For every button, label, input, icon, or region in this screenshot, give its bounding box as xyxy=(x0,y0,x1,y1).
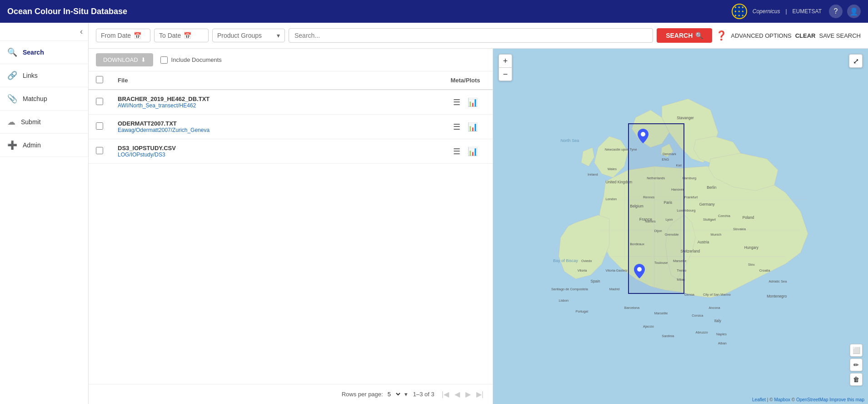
include-documents-checkbox[interactable] xyxy=(160,56,168,64)
file-cell: BRACHER_2019_HE462_DB.TXT AWI/North_Sea_… xyxy=(110,90,438,115)
table-panel: DOWNLOAD ⬇ Include Documents xyxy=(89,49,493,404)
svg-text:Switzerland: Switzerland xyxy=(681,249,700,253)
svg-text:Trento: Trento xyxy=(677,268,686,273)
plots-icon-0[interactable]: 📊 xyxy=(468,97,478,107)
row-checkbox-0[interactable] xyxy=(96,98,103,105)
rows-per-page-label: Rows per page: xyxy=(342,391,383,398)
file-path[interactable]: LOG/IOPstudy/DS3 xyxy=(118,152,431,158)
plots-icon-2[interactable]: 📊 xyxy=(468,146,478,157)
svg-text:Nantes: Nantes xyxy=(645,219,656,223)
file-path[interactable]: Eawag/Odermatt2007/Zurich_Geneva xyxy=(118,127,431,133)
product-groups-dropdown[interactable]: Product Groups ▾ xyxy=(212,29,285,42)
svg-text:City of San Marino: City of San Marino xyxy=(703,293,731,297)
map-marker-1[interactable] xyxy=(638,129,649,145)
sidebar-item-matchup[interactable]: 📎 Matchup xyxy=(0,87,88,111)
list-icon-1[interactable]: ☰ xyxy=(453,122,460,132)
edit-tool[interactable]: ✏ xyxy=(850,359,863,371)
sidebar-item-admin-label: Admin xyxy=(23,141,41,149)
sidebar-item-matchup-label: Matchup xyxy=(23,95,47,102)
leaflet-link[interactable]: Leaflet xyxy=(752,397,766,402)
openstreetmap-link[interactable]: OpenStreetMap xyxy=(796,397,828,402)
search-button-icon: 🔍 xyxy=(695,32,703,39)
search-help-icon[interactable]: ❓ xyxy=(716,30,727,41)
save-search-button[interactable]: SAVE SEARCH xyxy=(819,32,861,39)
sidebar-item-submit[interactable]: ☁ Submit xyxy=(0,111,88,134)
svg-text:London: London xyxy=(606,197,617,201)
page-info: 1–3 of 3 xyxy=(413,391,434,398)
svg-text:Genoa: Genoa xyxy=(684,293,695,297)
download-button[interactable]: DOWNLOAD ⬇ xyxy=(96,53,153,66)
plots-icon-1[interactable]: 📊 xyxy=(468,122,478,132)
search-text-input[interactable] xyxy=(289,28,653,43)
file-cell: DS3_IOPSTUDY.CSV LOG/IOPstudy/DS3 xyxy=(110,139,438,164)
svg-text:Poland: Poland xyxy=(743,216,754,220)
next-page-button[interactable]: ▶ xyxy=(464,389,473,399)
svg-text:Montenegro: Montenegro xyxy=(767,294,787,298)
map-marker-2[interactable] xyxy=(634,264,645,280)
from-date-picker[interactable]: From Date 📅 xyxy=(96,29,150,42)
prev-page-button[interactable]: ◀ xyxy=(453,389,462,399)
sidebar-item-links[interactable]: 🔗 Links xyxy=(0,64,88,87)
svg-text:Bordeaux: Bordeaux xyxy=(630,242,644,246)
map-expand-button[interactable]: ⤢ xyxy=(849,54,863,68)
select-all-column-header xyxy=(89,71,110,90)
calendar-icon-to: 📅 xyxy=(184,32,191,39)
sidebar-item-admin[interactable]: ➕ Admin xyxy=(0,134,88,157)
row-checkbox-cell xyxy=(89,90,110,115)
meta-plots-column-header: Meta/Plots xyxy=(438,71,493,90)
download-button-label: DOWNLOAD xyxy=(103,56,138,63)
calendar-icon-from: 📅 xyxy=(134,32,141,39)
improve-map-link[interactable]: Improve this map xyxy=(829,397,864,402)
submit-nav-icon: ☁ xyxy=(7,117,15,127)
svg-text:Belgium: Belgium xyxy=(630,204,644,208)
include-documents-label: Include Documents xyxy=(171,56,222,63)
user-icon[interactable]: 👤 xyxy=(847,5,861,18)
list-icon-0[interactable]: ☰ xyxy=(453,97,460,107)
file-name: DS3_IOPSTUDY.CSV xyxy=(118,145,431,152)
app-header: Ocean Colour In-Situ Database ✦✦✦✦✦✦✦✦✦ … xyxy=(0,0,868,23)
last-page-button[interactable]: ▶| xyxy=(474,389,485,399)
list-icon-2[interactable]: ☰ xyxy=(453,146,460,157)
svg-text:Marseille: Marseille xyxy=(654,311,668,315)
mapbox-link[interactable]: Mapbox xyxy=(774,397,790,402)
svg-text:Portugal: Portugal xyxy=(576,309,589,313)
table-toolbar: DOWNLOAD ⬇ Include Documents xyxy=(89,49,493,71)
clear-button[interactable]: CLEAR xyxy=(795,32,816,39)
first-page-button[interactable]: |◀ xyxy=(440,389,451,399)
pagination-nav: |◀ ◀ ▶ ▶| xyxy=(440,389,485,399)
zoom-out-button[interactable]: − xyxy=(499,68,512,81)
file-path[interactable]: AWI/North_Sea_transect/HE462 xyxy=(118,102,431,109)
rows-per-page-select[interactable]: 5 10 25 xyxy=(386,390,402,398)
logo-separator: | xyxy=(785,8,787,15)
svg-text:Lisbon: Lisbon xyxy=(559,298,569,303)
row-checkbox-2[interactable] xyxy=(96,147,103,154)
select-all-checkbox[interactable] xyxy=(96,76,103,83)
row-checkbox-1[interactable] xyxy=(96,122,103,130)
svg-text:Slov.: Slov. xyxy=(748,263,755,267)
advanced-options-button[interactable]: ADVANCED OPTIONS xyxy=(731,32,791,39)
svg-text:Vitoria-Gasteiz: Vitoria-Gasteiz xyxy=(606,268,628,273)
app-title: Ocean Colour In-Situ Database xyxy=(7,7,732,16)
svg-text:Corsica: Corsica xyxy=(692,313,703,318)
table-row: ODERMATT2007.TXT Eawag/Odermatt2007/Zuri… xyxy=(89,115,493,139)
delete-tool[interactable]: 🗑 xyxy=(850,373,863,386)
row-checkbox-cell xyxy=(89,115,110,139)
sidebar-collapse-button[interactable]: ‹ xyxy=(80,27,83,36)
help-icon[interactable]: ? xyxy=(829,5,843,18)
svg-text:Bay of Biscay: Bay of Biscay xyxy=(553,258,578,263)
search-button[interactable]: SEARCH 🔍 xyxy=(657,28,712,43)
svg-text:Wales: Wales xyxy=(608,167,617,171)
eu-commission-logo: ✦✦✦✦✦✦✦✦✦ xyxy=(732,4,747,19)
sidebar-item-search[interactable]: 🔍 Search xyxy=(0,41,88,64)
search-nav-icon: 🔍 xyxy=(7,47,17,57)
from-date-label: From Date xyxy=(101,32,131,39)
chevron-down-icon: ▾ xyxy=(277,32,280,39)
to-date-picker[interactable]: To Date 📅 xyxy=(154,29,209,42)
zoom-in-button[interactable]: + xyxy=(499,55,512,67)
svg-text:Austria: Austria xyxy=(698,240,709,244)
chevron-rows-icon: ▾ xyxy=(404,391,408,398)
svg-text:Stavanger: Stavanger xyxy=(677,116,694,120)
map-container[interactable]: Newcastle upon Tyne Wales United Kingdom… xyxy=(493,49,868,404)
search-bar: From Date 📅 To Date 📅 Product Groups ▾ S… xyxy=(89,23,868,49)
draw-rectangle-tool[interactable]: ⬜ xyxy=(850,344,863,357)
